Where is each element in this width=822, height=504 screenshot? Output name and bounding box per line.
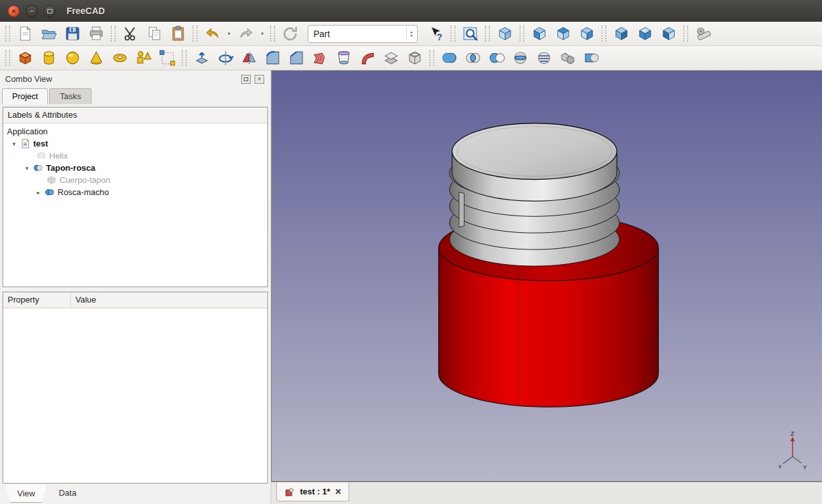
chamfer-button[interactable] [285, 48, 308, 68]
tree-item-rosca-macho[interactable]: ▸ Rosca-macho [3, 186, 267, 198]
boolean-common-button[interactable] [461, 48, 484, 68]
tab-tasks[interactable]: Tasks [49, 88, 91, 104]
tab-data[interactable]: Data [47, 484, 88, 503]
model-tree[interactable]: Application ▾ test Helix ▾ Tapon [3, 123, 267, 287]
front-view-button[interactable] [528, 24, 551, 44]
undo-menu-button[interactable]: ▾ [225, 24, 233, 44]
fillet-button[interactable] [261, 48, 284, 68]
shape-builder-button[interactable] [155, 48, 178, 68]
revolve-button[interactable] [214, 48, 237, 68]
sphere-button[interactable] [61, 48, 84, 68]
save-button[interactable] [61, 24, 84, 44]
toolbar-handle[interactable] [519, 26, 525, 42]
tab-data-label: Data [59, 488, 76, 498]
boolean-operation-icon [583, 50, 599, 66]
thickness-button[interactable] [403, 48, 426, 68]
top-view-icon [555, 26, 571, 42]
tab-view[interactable]: View [5, 484, 47, 503]
fit-all-button[interactable] [459, 24, 482, 44]
cone-button[interactable] [84, 48, 107, 68]
boolean-cut-button[interactable] [485, 48, 508, 68]
compound-icon [560, 50, 576, 66]
cross-sections-button[interactable] [532, 48, 555, 68]
loft-button[interactable] [332, 48, 355, 68]
toolbar-handle[interactable] [450, 26, 455, 42]
offset-button[interactable] [379, 48, 402, 68]
panel-float-button[interactable] [241, 75, 251, 84]
copy-icon [146, 26, 162, 42]
expander-open-icon[interactable]: ▾ [24, 165, 30, 171]
title-bar[interactable]: × − FreeCAD [0, 0, 822, 22]
toolbar-handle[interactable] [193, 26, 198, 42]
combo-view-titlebar[interactable]: Combo View × [0, 70, 271, 88]
toolbar-handle[interactable] [182, 50, 187, 66]
window-maximize-button[interactable] [43, 5, 56, 17]
box-button[interactable] [13, 48, 36, 68]
thickness-icon [407, 50, 423, 66]
toolbar-handle[interactable] [111, 26, 116, 42]
document-tab[interactable]: test : 1* × [276, 482, 349, 501]
cut-button[interactable] [119, 24, 142, 44]
workbench-selector[interactable]: Part ▴▾ [308, 25, 418, 43]
bottom-view-icon [637, 26, 653, 42]
tab-project[interactable]: Project [2, 88, 48, 104]
bottom-view-button[interactable] [633, 24, 656, 44]
window-minimize-button[interactable]: − [26, 5, 38, 17]
open-folder-button[interactable] [37, 24, 60, 44]
whats-this-button[interactable]: ? [424, 24, 447, 44]
panel-close-button[interactable]: × [255, 75, 264, 84]
cylinder-button[interactable] [37, 48, 60, 68]
fit-all-icon [462, 26, 478, 42]
viewport-3d[interactable]: Z x Y [271, 70, 822, 482]
mirror-button[interactable] [237, 48, 260, 68]
ruled-surface-button[interactable] [308, 48, 331, 68]
extrude-button[interactable] [190, 48, 213, 68]
float-icon [244, 77, 248, 81]
toolbar-handle[interactable] [5, 50, 10, 66]
torus-button[interactable] [108, 48, 131, 68]
toolbar-handle[interactable] [683, 26, 688, 42]
tree-root-application[interactable]: Application [3, 125, 267, 138]
section-button[interactable] [509, 48, 532, 68]
measure-distance-button[interactable] [692, 24, 715, 44]
toolbar-handle[interactable] [5, 26, 10, 42]
toolbar-handle[interactable] [601, 26, 606, 42]
undo-button[interactable] [201, 24, 224, 44]
top-view-button[interactable] [551, 24, 574, 44]
tree-item-test[interactable]: ▾ test [3, 138, 267, 150]
toolbar-handle[interactable] [270, 26, 275, 42]
tab-view-label: View [17, 489, 35, 498]
print-button[interactable] [84, 24, 107, 44]
boolean-union-button[interactable] [438, 48, 461, 68]
redo-menu-button[interactable]: ▾ [258, 24, 267, 44]
boolean-operation-button[interactable] [580, 48, 603, 68]
whats-this-icon: ? [428, 26, 444, 42]
new-document-button[interactable] [13, 24, 36, 44]
create-primitives-button[interactable] [132, 48, 155, 68]
axonometric-view-button[interactable] [493, 24, 516, 44]
window-close-button[interactable]: × [8, 5, 20, 17]
offset-icon [383, 50, 399, 66]
rear-view-button[interactable] [610, 24, 633, 44]
boolean-union-icon [441, 50, 457, 66]
tree-item-tapon-rosca[interactable]: ▾ Tapon-rosca [3, 162, 267, 174]
document-tab-close-icon[interactable]: × [335, 487, 341, 497]
tree-item-cuerpo-tapon[interactable]: Cuerpo-tapon [3, 174, 267, 186]
toolbar-handle[interactable] [429, 50, 434, 66]
refresh-button[interactable] [278, 24, 301, 44]
toolbar-handle[interactable] [485, 26, 490, 42]
compound-button[interactable] [556, 48, 579, 68]
cut-icon [123, 26, 139, 42]
sweep-icon [360, 50, 375, 66]
tree-item-helix[interactable]: Helix [3, 150, 267, 162]
model-tree-panel: Labels & Attributes Application ▾ test H… [3, 107, 268, 287]
copy-button[interactable] [143, 24, 166, 44]
expander-open-icon[interactable]: ▾ [11, 141, 17, 147]
scene-3d[interactable] [272, 71, 822, 481]
sweep-button[interactable] [356, 48, 379, 68]
right-view-button[interactable] [575, 24, 598, 44]
expander-closed-icon[interactable]: ▸ [35, 189, 42, 196]
left-view-button[interactable] [657, 24, 680, 44]
redo-button[interactable] [234, 24, 257, 44]
paste-button[interactable] [166, 24, 189, 44]
